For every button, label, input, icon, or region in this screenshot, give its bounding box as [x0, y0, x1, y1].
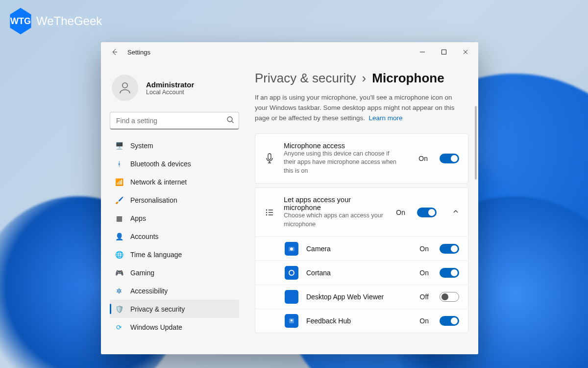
- toggle-state-label: On: [419, 245, 429, 253]
- breadcrumb-leaf: Microphone: [372, 71, 444, 86]
- back-button[interactable]: [109, 46, 121, 58]
- nav-item-privacy-security[interactable]: 🛡️Privacy & security: [110, 300, 239, 318]
- toggle-app-cortana[interactable]: [440, 268, 459, 278]
- nav-item-bluetooth[interactable]: ᚼBluetooth & devices: [110, 155, 239, 173]
- svg-point-6: [266, 214, 267, 215]
- svg-point-9: [289, 270, 294, 275]
- page-description: If an app is using your microphone, you'…: [255, 93, 466, 124]
- nav-item-apps[interactable]: ▦Apps: [110, 209, 239, 227]
- wifi-icon: 📶: [115, 178, 123, 186]
- card-title: Microphone access: [284, 142, 410, 150]
- toggle-app-feedback-hub[interactable]: [440, 316, 459, 326]
- card-title: Let apps access your microphone: [284, 196, 387, 211]
- nav-item-personalisation[interactable]: 🖌️Personalisation: [110, 191, 239, 209]
- toggle-app-desktop-web-viewer[interactable]: [440, 292, 459, 302]
- close-button[interactable]: [455, 44, 476, 60]
- toggle-app-camera[interactable]: [440, 244, 459, 254]
- toggle-state-label: On: [419, 317, 429, 325]
- svg-point-5: [266, 212, 267, 213]
- microphone-icon: [264, 153, 275, 164]
- nav-label: Accounts: [130, 233, 159, 240]
- nav-item-system[interactable]: 🖥️System: [110, 136, 239, 155]
- svg-point-8: [290, 248, 293, 251]
- avatar: [112, 75, 138, 101]
- app-item-feedback-hub: Feedback Hub On: [255, 309, 468, 333]
- svg-point-4: [266, 210, 267, 210]
- search-icon: [226, 116, 234, 126]
- paintbrush-icon: 🖌️: [115, 196, 123, 205]
- watermark-logo: WTG WeTheGeek: [9, 8, 102, 34]
- list-icon: [264, 208, 275, 217]
- svg-rect-0: [442, 50, 446, 54]
- toggle-microphone-access[interactable]: [440, 154, 459, 163]
- watermark-text: WeTheGeek: [36, 14, 102, 28]
- nav-item-network[interactable]: 📶Network & internet: [110, 173, 239, 191]
- camera-icon: [285, 242, 298, 256]
- maximize-button[interactable]: [433, 44, 455, 60]
- feedback-hub-icon: [285, 314, 298, 328]
- search-input[interactable]: [110, 112, 239, 130]
- accessibility-icon: ✲: [115, 287, 123, 295]
- toggle-state-label: On: [418, 155, 428, 162]
- settings-window: Settings Administrator Local Account: [101, 42, 478, 354]
- nav-label: Windows Update: [130, 323, 182, 331]
- nav-item-gaming[interactable]: 🎮Gaming: [110, 263, 239, 282]
- breadcrumb: Privacy & security › Microphone: [255, 71, 468, 86]
- svg-point-2: [227, 117, 232, 122]
- card-subtitle: Choose which apps can access your microp…: [284, 211, 387, 229]
- app-name: Feedback Hub: [306, 316, 412, 325]
- title-bar: Settings: [101, 42, 478, 62]
- toggle-state-label: Off: [420, 293, 429, 301]
- nav-label: Privacy & security: [130, 305, 185, 313]
- app-item-camera: Camera On: [255, 237, 468, 261]
- nav-label: Personalisation: [130, 196, 177, 204]
- apps-icon: ▦: [115, 214, 123, 223]
- svg-point-11: [291, 319, 293, 321]
- app-name: Cortana: [306, 268, 412, 277]
- sidebar: Administrator Local Account 🖥️System ᚼBl…: [101, 62, 248, 354]
- search-box: [110, 112, 239, 130]
- main-content: Privacy & security › Microphone If an ap…: [248, 62, 478, 354]
- bluetooth-icon: ᚼ: [115, 159, 123, 168]
- nav-item-windows-update[interactable]: ⟳Windows Update: [110, 318, 239, 336]
- toggle-state-label: On: [419, 269, 429, 277]
- chevron-up-icon[interactable]: [452, 208, 459, 217]
- toggle-state-label: On: [396, 209, 405, 216]
- update-icon: ⟳: [115, 323, 123, 332]
- scrollbar[interactable]: [474, 62, 477, 354]
- nav-item-accessibility[interactable]: ✲Accessibility: [110, 282, 239, 300]
- nav-label: Network & internet: [130, 178, 187, 186]
- user-block[interactable]: Administrator Local Account: [110, 66, 239, 112]
- breadcrumb-parent[interactable]: Privacy & security: [255, 71, 356, 86]
- monitor-icon: 🖥️: [115, 141, 123, 150]
- learn-more-link[interactable]: Learn more: [368, 114, 402, 122]
- toggle-let-apps-access[interactable]: [417, 208, 437, 217]
- nav-item-accounts[interactable]: 👤Accounts: [110, 227, 239, 245]
- gamepad-icon: 🎮: [115, 268, 123, 277]
- chevron-right-icon: ›: [362, 71, 367, 86]
- app-generic-icon: [285, 290, 298, 304]
- card-subtitle: Anyone using this device can choose if t…: [284, 150, 396, 176]
- card-let-apps-access: Let apps access your microphone Choose w…: [255, 187, 468, 333]
- app-name: Desktop App Web Viewer: [306, 292, 412, 301]
- person-icon: 👤: [115, 232, 123, 241]
- nav-label: Accessibility: [130, 287, 168, 295]
- user-name: Administrator: [146, 80, 194, 89]
- nav-item-time-language[interactable]: 🌐Time & language: [110, 245, 239, 263]
- app-name: Camera: [306, 244, 412, 253]
- watermark-badge: WTG: [9, 8, 32, 34]
- minimize-button[interactable]: [412, 44, 433, 60]
- svg-rect-3: [268, 154, 271, 159]
- nav-label: Gaming: [130, 269, 154, 277]
- nav-list: 🖥️System ᚼBluetooth & devices 📶Network &…: [110, 136, 239, 336]
- nav-label: System: [130, 142, 153, 150]
- globe-clock-icon: 🌐: [115, 250, 123, 259]
- app-item-cortana: Cortana On: [255, 261, 468, 285]
- shield-icon: 🛡️: [115, 305, 123, 314]
- nav-label: Bluetooth & devices: [130, 160, 191, 168]
- cortana-icon: [285, 266, 298, 280]
- card-microphone-access: Microphone access Anyone using this devi…: [255, 133, 468, 184]
- nav-label: Apps: [130, 214, 146, 222]
- nav-label: Time & language: [130, 251, 182, 259]
- app-title: Settings: [127, 49, 150, 56]
